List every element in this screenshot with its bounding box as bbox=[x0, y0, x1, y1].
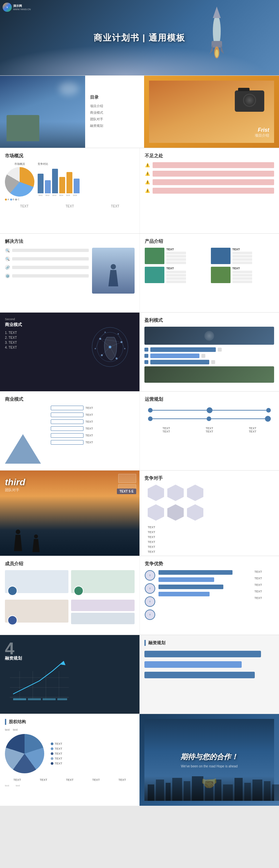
sol-icon-4: ⚙️ bbox=[5, 273, 10, 279]
insuf-title: 不足之处 bbox=[145, 153, 274, 159]
equity-bottom-labels: text text bbox=[5, 784, 135, 787]
adv-bar-4 bbox=[159, 592, 210, 596]
row-10: 股权结构 text text TEXT TEXT TEXT bbox=[0, 714, 279, 806]
eq-dot-5 bbox=[51, 762, 54, 765]
product-texts-3: TEXT bbox=[166, 267, 186, 283]
product-line-1b bbox=[166, 255, 186, 257]
biz-item-row-5: TEXT bbox=[51, 433, 135, 438]
slide-product: 产品介绍 TEXT TEXT bbox=[139, 234, 279, 312]
adv-bar-3 bbox=[159, 585, 223, 589]
adv-label-1: TEXT bbox=[254, 570, 274, 574]
product-img-1 bbox=[145, 248, 164, 264]
funding-title-bar bbox=[144, 640, 146, 646]
ops-col-1: TEXT TEXT bbox=[163, 427, 170, 433]
final-bg: 🤝 期待与您的合作！ We've been on the road Hope i… bbox=[144, 719, 274, 801]
equity-title-bar bbox=[5, 719, 6, 725]
toc-right-bg: Frist 项目介绍 bbox=[149, 81, 274, 143]
members-title: 成员介绍 bbox=[5, 561, 135, 567]
funding-bar-2 bbox=[144, 661, 242, 668]
profit-check-2 bbox=[144, 354, 148, 358]
product-line-2a bbox=[233, 252, 252, 254]
ops-dot-1 bbox=[148, 408, 152, 412]
comp-text-3: TEXT bbox=[148, 535, 274, 539]
legend-3: C bbox=[15, 198, 19, 200]
final-subtitle: We've been on the road Hope is ahead bbox=[181, 765, 238, 768]
slide-funding-light: 融资规划 bbox=[139, 635, 279, 714]
sol-item-3: 🔗 bbox=[5, 265, 89, 270]
product-line-4d bbox=[233, 280, 252, 283]
sol-bar-4 bbox=[12, 274, 89, 278]
sol-icon-3: 🔗 bbox=[5, 265, 10, 270]
solution-items: 🔍 🔍 🔗 ⚙️ bbox=[5, 248, 89, 293]
slide1-main-title: 商业计划书 | 通用模板 bbox=[94, 32, 185, 43]
toc-item-1: 项目介绍 bbox=[90, 104, 139, 108]
adv-labels-col: TEXT TEXT TEXT TEXT TEXT bbox=[254, 570, 274, 620]
toc-title: 目录 bbox=[90, 94, 139, 100]
hex-3 bbox=[187, 485, 203, 501]
product-img-4 bbox=[211, 267, 231, 283]
hex-5 bbox=[167, 504, 184, 521]
market-charts: 市场概况 A B C 竞争对比 bbox=[5, 162, 135, 200]
team-photo-bg: third 团队对手 TEXT 5 E bbox=[0, 470, 139, 556]
smoke-effect bbox=[0, 42, 279, 75]
slide-cover: Y 演示网 WWW.YANSI.CN 商业计划书 | 通用模板 bbox=[0, 0, 279, 75]
legend-text-1: A bbox=[7, 198, 9, 200]
ops-label-3: TEXT bbox=[249, 427, 256, 430]
equity-pie-area: TEXT TEXT TEXT TEXT TEXT bbox=[5, 734, 135, 773]
toc-item-4: 融资规划 bbox=[90, 124, 139, 128]
row-4: 解决方法 🔍 🔍 🔗 ⚙️ bbox=[0, 234, 279, 312]
adv-circles-col: T T T T bbox=[145, 570, 155, 620]
slide-toc: 目录 项目介绍 商业模式 团队对手 融资规划 Frist 项目介绍 bbox=[0, 76, 279, 148]
sol-item-2: 🔍 bbox=[5, 256, 89, 261]
slide2-left-image bbox=[0, 76, 85, 148]
brain-graphic-area bbox=[85, 319, 135, 378]
warning-2: ⚠️ bbox=[145, 171, 274, 177]
frist-subtitle: 项目介绍 bbox=[255, 133, 269, 138]
bx5: W05 bbox=[65, 194, 71, 196]
svg-rect-39 bbox=[148, 784, 154, 801]
product-1: TEXT bbox=[145, 248, 208, 264]
logo-area: Y 演示网 WWW.YANSI.CN bbox=[3, 3, 31, 12]
biz-item-bar-2 bbox=[51, 412, 83, 417]
ops-line-1 bbox=[152, 410, 207, 410]
product-line-3c bbox=[166, 277, 186, 280]
text5e-badge: TEXT 5 E bbox=[117, 489, 136, 494]
profit-img-1 bbox=[144, 327, 274, 345]
biz-item-bar-4 bbox=[51, 426, 83, 431]
ops-dot-5 bbox=[207, 416, 211, 421]
sil2-head bbox=[34, 534, 38, 538]
product-line-4b bbox=[233, 274, 252, 277]
adv-bars-col bbox=[159, 570, 251, 620]
svg-rect-37 bbox=[42, 698, 56, 700]
sol-item-4: ⚙️ bbox=[5, 273, 89, 279]
hex-6 bbox=[187, 504, 203, 521]
svg-rect-52 bbox=[272, 784, 279, 801]
toc-right-label: Frist 项目介绍 bbox=[255, 127, 269, 138]
slide-profit: 盈利模式 bbox=[139, 313, 279, 391]
slide-members: 成员介绍 bbox=[0, 556, 139, 635]
member-card-2 bbox=[71, 570, 135, 593]
solution-image bbox=[92, 248, 135, 293]
slide2-toc-content: 目录 项目介绍 商业模式 团队对手 融资规划 bbox=[85, 76, 144, 148]
bar-1 bbox=[38, 174, 43, 193]
ops-label-2b: TEXT bbox=[206, 430, 213, 433]
member-photo-3 bbox=[7, 615, 18, 625]
adv-label-5: TEXT bbox=[254, 596, 274, 600]
svg-point-18 bbox=[101, 354, 103, 356]
biz-item-bar-3 bbox=[51, 420, 83, 424]
biz-item-label-3: TEXT bbox=[85, 420, 93, 423]
row-5: Second 商业模式 1. TEXT 2. TEXT 3. TEXT 4. T… bbox=[0, 313, 279, 391]
legend-2: B bbox=[10, 198, 14, 200]
warning-1: ⚠️ bbox=[145, 162, 274, 168]
svg-rect-43 bbox=[184, 781, 190, 801]
eq-lbl-2: TEXT bbox=[55, 747, 62, 750]
profit-bar-1 bbox=[150, 347, 216, 352]
comp-text-list: TEXT TEXT TEXT TEXT TEXT TEXT bbox=[148, 526, 274, 553]
sol-icon-2: 🔍 bbox=[5, 256, 10, 261]
adv-bar-2 bbox=[159, 577, 214, 582]
funding-bar-3 bbox=[144, 672, 255, 678]
sol-bar-2 bbox=[12, 257, 89, 260]
equity-title-area: 股权结构 bbox=[5, 719, 135, 725]
svg-rect-47 bbox=[223, 784, 233, 801]
profit-check-r-1 bbox=[218, 348, 222, 351]
